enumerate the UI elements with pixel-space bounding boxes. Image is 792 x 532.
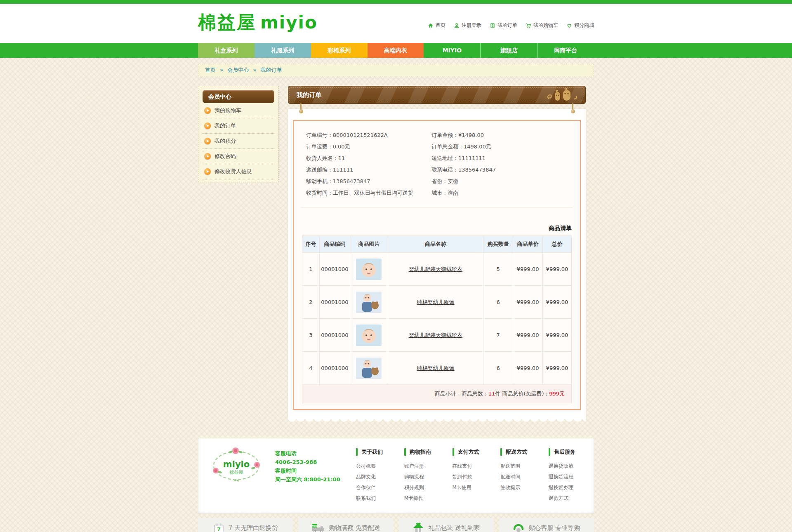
goods-total-count: 11: [488, 391, 495, 397]
footer-col-title: 购物指南: [404, 448, 431, 456]
calendar-icon: 7: [213, 523, 224, 532]
nav-tab-giftbox-series[interactable]: 礼盒系列: [198, 43, 255, 58]
cell-qty: 6: [483, 352, 513, 385]
order-field-mobile: 移动手机 : 13856473847: [306, 177, 431, 185]
cell-no: 2: [302, 286, 320, 319]
footer-link[interactable]: 退换货政策: [549, 461, 575, 471]
home-icon: [428, 23, 434, 28]
service-hours-label: 客服时间: [275, 466, 344, 475]
product-name-link[interactable]: 纯棉婴幼儿服饰: [417, 365, 455, 371]
page-title-banner: 我的订单: [288, 86, 586, 104]
product-name-link[interactable]: 纯棉婴幼儿服饰: [417, 299, 455, 305]
feature-label: 贴心客服 专业导购: [528, 524, 580, 532]
footer-link[interactable]: 签收提示: [500, 482, 527, 493]
sidebar-item-label: 修改收货人信息: [214, 168, 252, 175]
product-photo[interactable]: [356, 358, 382, 379]
order-field-total-amount: 订单总金额 : 1498.00元: [431, 143, 568, 151]
footer-link[interactable]: 在线支付: [453, 461, 479, 471]
sidebar-item-edit-consignee-info[interactable]: 修改收货人信息: [203, 164, 274, 179]
nav-tab-ecommerce-platform[interactable]: 网商平台: [537, 43, 594, 58]
cell-price: ¥999.00: [513, 319, 543, 352]
hanging-pin-left: [300, 104, 302, 111]
product-name-link[interactable]: 婴幼儿爬装天鹅绒哈衣: [409, 266, 462, 272]
main-navbar: 礼盒系列 礼服系列 彩棉系列 高端内衣 MIYIO 旗舰店 网商平台: [0, 43, 792, 58]
breadcrumb-home[interactable]: 首页: [205, 67, 216, 73]
topnav-points-label: 积分商城: [574, 22, 594, 29]
footer-link[interactable]: 积分规则: [404, 482, 431, 493]
site-logo[interactable]: 棉益屋miyio: [198, 10, 318, 35]
breadcrumb: 首页 » 会员中心 » 我的订单: [198, 64, 594, 76]
topnav-register-login[interactable]: 注册登录: [454, 22, 481, 29]
footer-link[interactable]: 退换货办理: [549, 482, 575, 493]
sidebar-item-my-cart[interactable]: 我的购物车: [203, 103, 274, 118]
user-icon: [454, 23, 460, 28]
order-field-delivery-time: 收货时间 : 工作日、双休日与节假日均可送货: [306, 189, 431, 197]
logo-text-en: miyio: [260, 12, 318, 33]
nav-tab-dress-series[interactable]: 礼服系列: [255, 43, 311, 58]
sidebar-item-label: 修改密码: [214, 153, 236, 160]
sidebar-item-my-orders[interactable]: 我的订单: [203, 118, 274, 134]
footer-link[interactable]: 联系我们: [356, 493, 383, 504]
svg-text:miyio: miyio: [223, 459, 250, 469]
footer-link[interactable]: 配送时间: [500, 471, 527, 482]
sidebar-item-change-password[interactable]: 修改密码: [203, 149, 274, 164]
product-photo[interactable]: [356, 259, 382, 280]
footer-col-title: 关于我们: [356, 448, 383, 456]
topnav-my-orders[interactable]: 我的订单: [490, 22, 517, 29]
cell-code: 00001000: [319, 253, 350, 286]
nav-tab-underwear[interactable]: 高端内衣: [368, 43, 424, 58]
nav-tab-miyio[interactable]: MIYIO: [424, 43, 480, 58]
cell-qty: 6: [483, 286, 513, 319]
page-title: 我的订单: [288, 86, 585, 104]
nav-tab-flagship-store[interactable]: 旗舰店: [480, 43, 537, 58]
footer-col-shopping-guide: 购物指南 账户注册 购物流程 积分规则 M卡操作: [404, 448, 431, 504]
service-phone-label: 客服电话: [275, 449, 344, 458]
order-field-number: 订单编号 : 800010121521622A: [306, 131, 431, 139]
feature-label: 7 天无理由退换货: [229, 524, 278, 532]
col-header-image: 商品图片: [350, 236, 388, 253]
order-info-grid: 订单编号 : 800010121521622A 订单金额 : ¥1498.00 …: [294, 121, 580, 204]
footer-link[interactable]: 货到付款: [453, 471, 479, 482]
arrow-badge-icon: [204, 153, 211, 160]
nav-tab-colorcotton-series[interactable]: 彩棉系列: [311, 43, 368, 58]
cell-no: 3: [302, 319, 320, 352]
footer-link[interactable]: 退款方式: [549, 493, 575, 504]
topnav-home-label: 首页: [436, 22, 446, 29]
topnav-points-mall[interactable]: 积分商城: [566, 22, 594, 29]
footer-col-payment: 支付方式 在线支付 货到付款 M卡使用: [453, 448, 479, 504]
footer-link[interactable]: 购物流程: [404, 471, 431, 482]
col-header-qty: 购买数量: [483, 236, 513, 253]
goods-summary-text: 商品小计 - 商品总数 : 11件 商品总价(免运费) : 999元: [302, 385, 572, 403]
product-photo[interactable]: [356, 292, 382, 313]
footer-link[interactable]: 退换货流程: [549, 471, 575, 482]
footer-link[interactable]: 合作伙伴: [356, 482, 383, 493]
col-header-total: 总价: [543, 236, 572, 253]
product-name-link[interactable]: 婴幼儿爬装天鹅绒哈衣: [409, 332, 462, 338]
footer-link[interactable]: 公司概要: [356, 461, 383, 471]
feature-7day-return: 7 7 天无理由退换货: [198, 518, 293, 532]
sidebar-item-my-points[interactable]: 我的积分: [203, 134, 274, 149]
footer-customer-service: 客服电话 4006-253-988 客服时间 周一至周六 8:800-21:00: [275, 449, 344, 504]
cart-icon: [526, 23, 531, 28]
col-header-no: 序号: [302, 236, 320, 253]
footer-link[interactable]: 配送范围: [500, 461, 527, 471]
sidebar-item-label: 我的积分: [214, 137, 236, 145]
hanging-pin-right: [572, 104, 573, 111]
col-header-code: 商品编码: [319, 236, 350, 253]
product-photo[interactable]: [356, 325, 382, 346]
topnav-my-cart[interactable]: 我的购物车: [526, 22, 558, 29]
order-content-panel: 订单编号 : 800010121521622A 订单金额 : ¥1498.00 …: [288, 109, 586, 419]
goods-list-title: 商品清单: [302, 225, 572, 232]
breadcrumb-separator: »: [220, 67, 223, 73]
order-field-consignee-name: 收货人姓名 : 11: [306, 154, 431, 162]
footer-link[interactable]: 品牌文化: [356, 471, 383, 482]
footer-link[interactable]: M卡操作: [404, 493, 431, 504]
order-field-shipping-fee: 订单运费 : 0.00元: [306, 143, 431, 151]
topnav-home[interactable]: 首页: [428, 22, 446, 29]
footer-link[interactable]: M卡使用: [453, 482, 479, 493]
arrow-badge-icon: [204, 122, 211, 129]
service-feature-bar: 7 7 天无理由退换货 free 购物满额 免费配送 礼品包装 送礼到家: [198, 518, 594, 532]
footer-link[interactable]: 账户注册: [404, 461, 431, 471]
cell-total: ¥999.00: [543, 352, 572, 385]
breadcrumb-member-center[interactable]: 会员中心: [227, 67, 249, 73]
